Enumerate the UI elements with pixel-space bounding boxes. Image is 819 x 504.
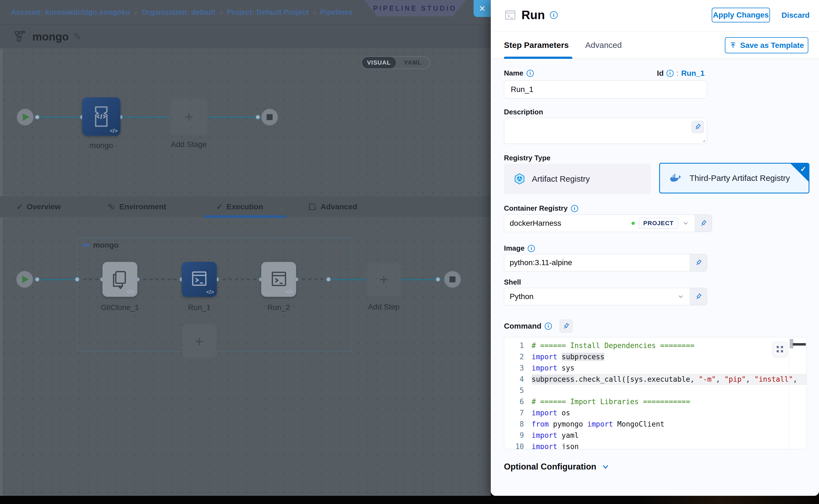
code-line[interactable]: 3import sys [504,363,806,374]
name-label: Name i [504,69,534,77]
discard-button[interactable]: Discard [782,11,810,20]
breadcrumb-account[interactable]: Account: kurosakiichigo.songoku [11,8,130,17]
resize-handle[interactable] [701,138,706,143]
code-line[interactable]: 10import json [504,441,806,449]
edit-pipeline-icon[interactable]: ✎ [73,31,82,43]
code-line-content: import sys [532,363,806,374]
shell-value: Python [510,292,534,301]
toggle-yaml[interactable]: YAML [396,57,430,68]
code-line-content: # ====== Install Dependencies ======== [532,340,806,351]
pipeline-name: mongo [32,31,69,43]
expand-editor-button[interactable] [772,342,787,357]
app-root: Account: kurosakiichigo.songoku › Organi… [0,0,819,504]
container-registry-select[interactable]: dockerHarness PROJECT [504,215,695,232]
command-code-editor[interactable]: 1# ====== Install Dependencies ========2… [504,337,807,449]
stage-node-mongo[interactable]: </> [82,97,120,136]
scope-badge: PROJECT [639,218,678,229]
tab-environment-label: Environment [119,202,166,211]
info-icon[interactable]: i [550,11,558,19]
step-label-run-2[interactable]: Run_2 [267,303,290,312]
name-input[interactable] [504,80,707,99]
registry-option-artifact[interactable]: Artifact Registry [504,164,651,194]
artifact-registry-icon [513,173,526,185]
code-line[interactable]: 7import os [504,407,806,419]
code-line[interactable]: 5 [504,385,806,396]
apply-changes-button[interactable]: Apply Changes [712,8,770,22]
step-group-header[interactable]: mongo [83,241,118,250]
pipeline-start-node [16,108,34,126]
line-number: 6 [504,396,532,407]
description-textarea[interactable] [504,118,707,144]
line-number: 8 [504,419,532,430]
shell-select[interactable]: Python [504,288,690,305]
collapse-group-icon[interactable] [83,244,89,246]
code-line[interactable]: 4subprocess.check_call([sys.executable, … [504,374,806,385]
upload-icon [729,42,737,49]
info-icon[interactable]: i [545,323,552,330]
add-step-label[interactable]: Add Step [368,303,399,311]
step-node-gitclone-1[interactable]: </> [102,262,137,297]
add-stage-button[interactable]: + [170,97,208,136]
pipeline-end-node [261,108,278,126]
optional-configuration-label: Optional Configuration [504,462,597,472]
tab-advanced[interactable]: Advanced [308,196,357,218]
step-node-run-2[interactable]: </> [261,262,296,297]
toggle-visual[interactable]: VISUAL [362,57,396,68]
container-registry-field: dockerHarness PROJECT [504,215,712,232]
step-label-gitclone-1[interactable]: GitClone_1 [101,303,139,312]
code-line[interactable]: 8from pymongo import MongoClient [504,419,806,430]
tab-advanced-panel[interactable]: Advanced [585,40,622,50]
pin-input-type-button[interactable] [690,254,707,271]
info-icon[interactable]: i [527,70,534,77]
tab-step-parameters[interactable]: Step Parameters [504,40,569,50]
code-line[interactable]: 1# ====== Install Dependencies ======== [504,340,806,351]
tab-overview[interactable]: ✓ Overview [16,196,61,218]
stage-canvas[interactable] [0,49,491,196]
exec-connector [328,279,366,280]
environment-icon [107,202,115,211]
tab-environment[interactable]: Environment [107,196,166,218]
port [74,276,80,282]
tab-execution[interactable]: ✓ Execution [216,196,263,218]
code-line-content: import json [532,441,806,449]
id-value[interactable]: Run_1 [681,69,705,78]
breadcrumb-pipelines[interactable]: Pipelines [320,8,353,17]
close-panel-button[interactable]: × [474,0,491,17]
code-badge-icon: </> [110,128,118,134]
fullscreen-icon [776,345,784,353]
line-number: 10 [504,441,532,449]
save-as-template-button[interactable]: Save as Template [725,37,808,53]
pin-input-type-button[interactable] [560,320,573,333]
pin-input-type-button[interactable] [691,121,704,133]
step-node-run-1-selected[interactable]: </> [182,262,217,297]
add-parallel-step-button[interactable]: + [182,324,217,359]
optional-configuration-toggle[interactable]: Optional Configuration [504,462,610,472]
registry-option-third-party[interactable]: Third-Party Artifact Registry ✓ [659,163,809,193]
breadcrumb-organization[interactable]: Organization: default [141,8,215,17]
pin-icon [695,293,702,300]
add-stage-label[interactable]: Add Stage [171,140,207,149]
info-icon[interactable]: i [667,70,674,77]
breadcrumb-project[interactable]: Project: Default Project [227,8,309,17]
breadcrumb: Account: kurosakiichigo.songoku › Organi… [11,0,352,25]
pin-input-type-button[interactable] [695,215,712,232]
line-number: 3 [504,363,532,374]
info-icon[interactable]: i [528,245,535,252]
code-line[interactable]: 6# ====== Import Libraries =========== [504,396,806,407]
port [325,276,331,282]
pin-input-type-button[interactable] [690,288,707,305]
step-parameters-form: Name i Id i : Run_1 Description Registry… [491,59,819,496]
chevron-down-icon[interactable] [682,220,689,227]
code-line[interactable]: 2import subprocess [504,351,806,363]
visual-yaml-toggle: VISUAL YAML [361,56,430,69]
close-icon: × [479,3,485,15]
panel-header: Run i Apply Changes Discard [491,0,819,31]
description-label: Description [504,108,543,116]
image-input[interactable]: python:3.11-alpine [504,254,690,271]
info-icon[interactable]: i [571,205,578,212]
stage-label[interactable]: mongo [89,141,113,150]
add-step-button[interactable]: + [366,262,401,297]
chevron-down-icon[interactable] [677,293,684,300]
code-line[interactable]: 9import yaml [504,430,806,441]
step-label-run-1[interactable]: Run_1 [188,303,211,312]
